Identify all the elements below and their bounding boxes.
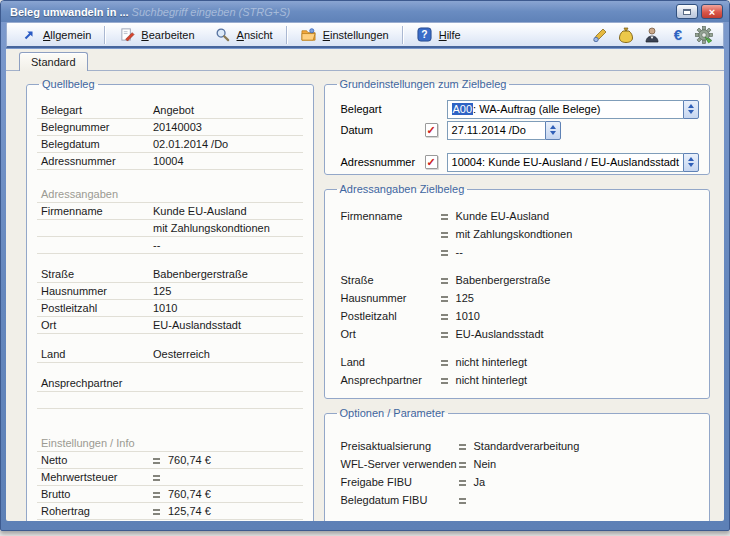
grundeinstellungen-group: Grundeinstellungen zum Zielbeleg Belegar… (324, 78, 710, 175)
adressnummer-spinner[interactable] (683, 153, 699, 172)
field-label: Postleitzahl (341, 310, 441, 322)
table-row: Ansprechpartner (37, 375, 303, 392)
titlebar: Beleg umwandeln in ... Suchbegriff einge… (1, 1, 729, 22)
belegart-spinner[interactable] (683, 100, 699, 119)
help-icon: ? (416, 26, 434, 44)
restore-button[interactable] (676, 4, 698, 19)
table-row: Netto760,74 € (37, 452, 303, 469)
field-label: Mehrwertsteuer (41, 471, 153, 483)
arrow-up-right-icon (20, 26, 38, 44)
euro-icon[interactable]: € (669, 26, 687, 44)
field-label: Freigabe FIBU (341, 476, 459, 488)
menu-label: Hilfe (439, 29, 461, 41)
field-value: Babenbergerstraße (456, 274, 697, 286)
field-value: 1010 (153, 302, 301, 314)
datum-combobox[interactable]: 27.11.2014 /Do (447, 121, 561, 140)
belegart-combobox[interactable]: A00 : WA-Auftrag (alle Belege) (447, 100, 699, 119)
table-row: Rohertrag125,74 € (37, 503, 303, 520)
menu-einstellungen[interactable]: Einstellungen (291, 23, 398, 47)
adressnummer-combobox[interactable]: 10004: Kunde EU-Ausland / EU-Auslandssta… (447, 153, 699, 172)
pen-icon[interactable] (591, 26, 609, 44)
field-label: Land (41, 348, 153, 360)
table-row: mit Zahlungskondtionen (37, 220, 303, 237)
menu-ansicht[interactable]: Ansicht (205, 23, 282, 47)
toolbar-separator (286, 26, 287, 44)
field-value: mit Zahlungskondtionen (456, 228, 697, 240)
equals-icon (153, 508, 160, 515)
field-value: Oesterreich (153, 348, 301, 360)
arrow-up-icon (550, 125, 556, 129)
gear-icon[interactable] (695, 26, 713, 44)
field-label: Straße (341, 274, 441, 286)
table-row: OrtEU-Auslandsstadt (335, 325, 699, 343)
combo-text: 10004: Kunde EU-Ausland / EU-Auslandssta… (452, 156, 679, 168)
field-value: Standardverarbeitung (474, 440, 697, 452)
field-label: Belegdatum (41, 138, 153, 150)
field-label: Ansprechpartner (341, 374, 441, 386)
adressangaben-zielbeleg-legend: Adressangaben Zielbeleg (337, 183, 468, 195)
table-row: WFL-Server verwendenNein (335, 455, 699, 473)
field-label: Postleitzahl (41, 302, 153, 314)
field-label: Hausnummer (41, 285, 153, 297)
datum-spinner[interactable] (545, 121, 561, 140)
close-button[interactable]: × (701, 4, 723, 19)
tab-standard[interactable]: Standard (19, 52, 88, 71)
field-value: 125,74 € (168, 505, 301, 517)
optionen-parameter-legend: Optionen / Parameter (337, 407, 448, 419)
menu-label: Einstellungen (323, 29, 389, 41)
checkmark-note-icon[interactable] (425, 155, 438, 169)
field-label: Ansprechpartner (41, 377, 153, 389)
field-label: Belegdatum FIBU (341, 494, 459, 506)
table-row: -- (37, 237, 303, 254)
field-value: 02.01.2014 /Do (153, 138, 301, 150)
equals-icon (459, 443, 466, 450)
window-title: Beleg umwandeln in ... (10, 6, 129, 18)
field-value: Kunde EU-Ausland (153, 205, 301, 217)
table-row: Ansprechpartnernicht hinterlegt (335, 371, 699, 389)
table-row: Hausnummer125 (37, 283, 303, 300)
table-row: BelegartAngebot (37, 102, 303, 119)
equals-icon (441, 277, 448, 284)
checkmark-note-icon[interactable] (425, 123, 438, 137)
table-row-empty (37, 392, 303, 409)
table-row: FirmennameKunde EU-Ausland (37, 203, 303, 220)
field-label: Firmenname (341, 210, 441, 222)
person-icon[interactable] (643, 26, 661, 44)
field-label: Netto (41, 454, 153, 466)
table-row: Postleitzahl1010 (37, 300, 303, 317)
equals-icon (459, 479, 466, 486)
equals-icon (441, 213, 448, 220)
tab-label: Standard (31, 56, 76, 68)
section-header: Adressangaben (37, 186, 303, 203)
field-value: -- (153, 239, 301, 251)
field-value: nicht hinterlegt (456, 356, 697, 368)
arrow-up-icon (688, 104, 694, 108)
table-row: Hausnummer125 (335, 289, 699, 307)
table-row: Belegnummer20140003 (37, 119, 303, 136)
field-label: Belegart (341, 103, 425, 115)
field-value: 20140003 (153, 121, 301, 133)
adressangaben-zielbeleg-group: Adressangaben Zielbeleg FirmennameKunde … (324, 183, 710, 399)
equals-icon (441, 231, 448, 238)
field-value: 125 (456, 292, 697, 304)
field-label: Belegart (41, 104, 153, 116)
edit-document-icon (118, 26, 136, 44)
table-row: Belegdatum02.01.2014 /Do (37, 136, 303, 153)
field-value: 125 (153, 285, 301, 297)
table-row: Landnicht hinterlegt (335, 353, 699, 371)
menu-bearbeiten[interactable]: Bearbeiten (109, 23, 203, 47)
close-icon: × (709, 7, 715, 17)
field-label: Hausnummer (341, 292, 441, 304)
field-label: Belegnummer (41, 121, 153, 133)
field-value: EU-Auslandsstadt (153, 319, 301, 331)
table-row: -- (335, 243, 699, 261)
field-value: Babenbergerstraße (153, 268, 301, 280)
table-row: Brutto760,74 € (37, 486, 303, 503)
field-label: Ort (41, 319, 153, 331)
money-bag-icon[interactable] (617, 26, 635, 44)
menu-allgemein[interactable]: Allgemein (11, 23, 100, 47)
table-row: LandOesterreich (37, 346, 303, 363)
menu-hilfe[interactable]: ? Hilfe (407, 23, 470, 47)
arrow-down-icon (550, 131, 556, 135)
combo-text: 27.11.2014 /Do (452, 124, 526, 136)
